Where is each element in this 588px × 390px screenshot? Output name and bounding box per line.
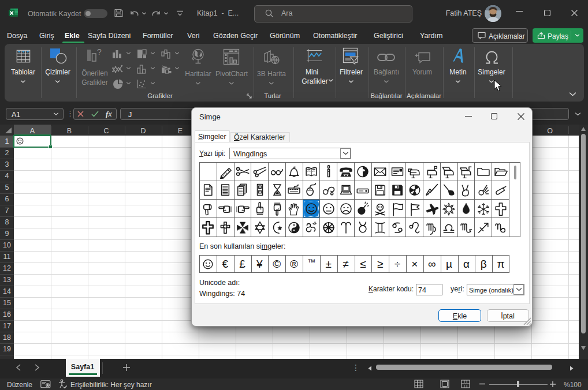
- svg-text:?: ?: [97, 48, 102, 57]
